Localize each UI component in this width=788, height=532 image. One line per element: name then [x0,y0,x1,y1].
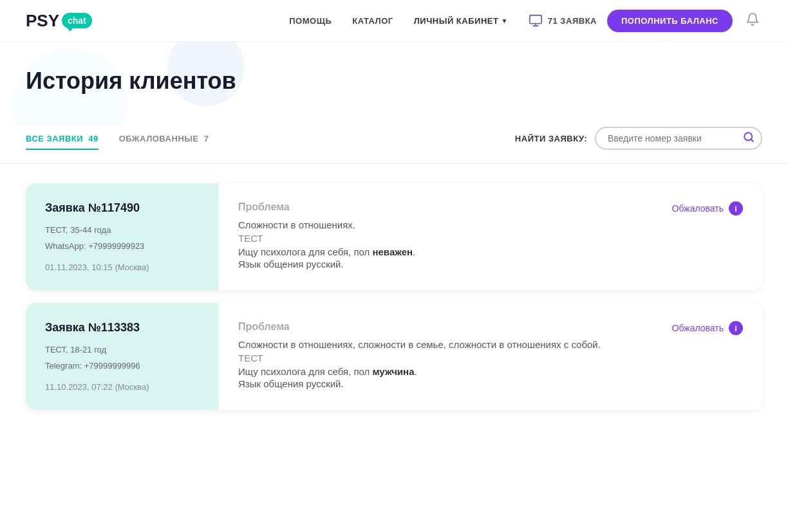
ticket-number-2: Заявка №113383 [45,321,200,335]
search-label: НАЙТИ ЗАЯВКУ: [515,134,587,143]
ticket-meta-2: ТЕСТ, 18-21 год [45,345,200,354]
nav-help[interactable]: ПОМОЩЬ [289,16,332,26]
search-wrapper [595,127,762,150]
problem-label-1: Проблема [238,201,743,213]
page-title: История клиентов [26,68,762,95]
bell-icon [746,12,760,26]
problem-lang-2: Язык общения русский. [238,378,743,389]
complain-button-1[interactable]: Обжаловать i [672,201,743,216]
bell-button[interactable] [743,10,762,32]
filter-all-count: 49 [88,134,98,143]
topup-button[interactable]: ПОПОЛНИТЬ БАЛАНС [607,10,733,32]
main-nav: ПОМОЩЬ КАТАЛОГ ЛИЧНЫЙ КАБИНЕТ ▼ [289,16,508,26]
ticket-card: Заявка №117490 ТЕСТ, 35-44 года WhatsApp… [26,183,762,290]
problem-detail-text-2: Ищу психолога для себя, пол [238,366,370,377]
problem-text-1: Сложности в отношениях. [238,219,743,230]
problem-detail-2: Ищу психолога для себя, пол мужчина. [238,366,743,377]
search-section: НАЙТИ ЗАЯВКУ: [515,127,762,150]
ticket-number-1: Заявка №117490 [45,201,200,215]
header: PSY chat ПОМОЩЬ КАТАЛОГ ЛИЧНЫЙ КАБИНЕТ ▼… [0,0,788,42]
ticket-contact-1: WhatsApp: +79999999923 [45,241,200,251]
ticket-date-2: 11.10.2023, 07:22 (Москва) [45,382,200,392]
requests-button[interactable]: 71 ЗАЯВКА [529,14,597,28]
ticket-left-1: Заявка №117490 ТЕСТ, 35-44 года WhatsApp… [26,183,219,290]
filter-all[interactable]: ВСЕ ЗАЯВКИ 49 [26,129,98,150]
requests-icon [529,14,543,28]
svg-rect-0 [530,15,541,24]
hero-section: История клиентов [0,42,788,127]
problem-test-1: ТЕСТ [238,233,743,244]
complain-label-1: Обжаловать [672,203,724,214]
search-button[interactable] [743,131,755,145]
problem-detail-bold-1: неважен [372,246,413,257]
nav-cabinet[interactable]: ЛИЧНЫЙ КАБИНЕТ ▼ [414,16,508,26]
problem-text-2: Сложности в отношениях, сложности в семь… [238,339,743,350]
complain-icon-2: i [729,321,743,335]
logo-chat: chat [62,13,92,28]
header-actions: 71 ЗАЯВКА ПОПОЛНИТЬ БАЛАНС [529,10,762,32]
ticket-left-2: Заявка №113383 ТЕСТ, 18-21 год Telegram:… [26,303,219,410]
svg-line-4 [751,139,753,141]
problem-test-2: ТЕСТ [238,353,743,363]
ticket-date-1: 01.11.2023, 10:15 (Москва) [45,262,200,272]
search-icon [743,131,755,143]
logo[interactable]: PSY chat [26,11,92,31]
ticket-right-2: Обжаловать i Проблема Сложности в отноше… [219,303,762,410]
problem-detail-text-1: Ищу психолога для себя, пол [238,246,370,257]
search-input[interactable] [595,127,762,150]
nav-catalog[interactable]: КАТАЛОГ [352,16,393,26]
requests-count: 71 ЗАЯВКА [548,16,597,26]
problem-lang-1: Язык общения русский. [238,259,743,270]
main-content: Заявка №117490 ТЕСТ, 35-44 года WhatsApp… [0,164,788,429]
filters-row: ВСЕ ЗАЯВКИ 49 ОБЖАЛОВАННЫЕ 7 НАЙТИ ЗАЯВК… [0,127,788,164]
complain-icon-1: i [729,201,743,216]
complain-label-2: Обжаловать [672,323,724,333]
problem-label-2: Проблема [238,321,743,333]
problem-detail-bold-2: мужчина [372,366,414,377]
ticket-contact-2: Telegram: +79999999996 [45,361,200,371]
problem-detail-1: Ищу психолога для себя, пол неважен. [238,246,743,257]
logo-psy: PSY [26,11,59,31]
cabinet-caret: ▼ [501,17,507,24]
complain-button-2[interactable]: Обжаловать i [672,321,743,335]
ticket-right-1: Обжаловать i Проблема Сложности в отноше… [219,183,762,290]
filter-complained[interactable]: ОБЖАЛОВАННЫЕ 7 [119,129,209,149]
ticket-meta-1: ТЕСТ, 35-44 года [45,225,200,235]
filter-complained-count: 7 [204,134,209,143]
ticket-card-2: Заявка №113383 ТЕСТ, 18-21 год Telegram:… [26,303,762,410]
